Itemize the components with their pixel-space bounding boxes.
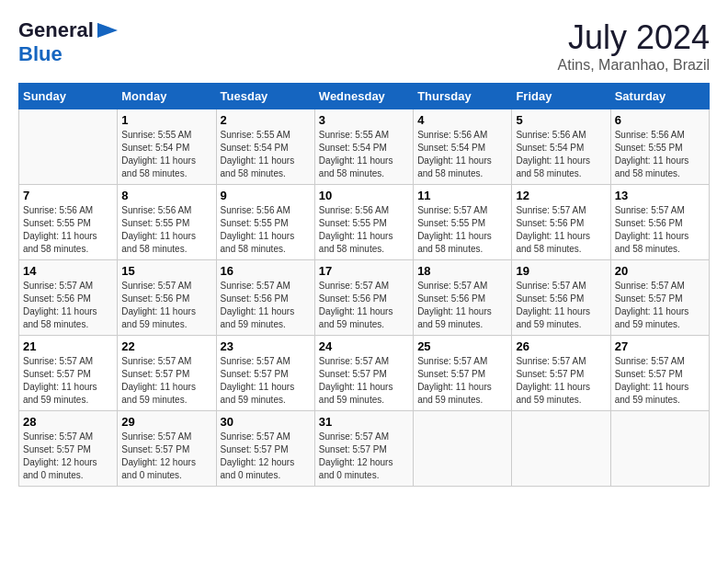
day-number: 30 xyxy=(221,415,311,429)
week-row-3: 14Sunrise: 5:57 AM Sunset: 5:56 PM Dayli… xyxy=(19,260,710,336)
day-cell: 16Sunrise: 5:57 AM Sunset: 5:56 PM Dayli… xyxy=(216,260,314,336)
logo: General Blue xyxy=(18,18,118,66)
calendar-header: SundayMondayTuesdayWednesdayThursdayFrid… xyxy=(19,84,710,109)
header-cell-thursday: Thursday xyxy=(414,84,512,109)
day-cell: 24Sunrise: 5:57 AM Sunset: 5:57 PM Dayli… xyxy=(314,336,413,411)
header-cell-sunday: Sunday xyxy=(19,84,118,109)
day-info: Sunrise: 5:56 AM Sunset: 5:55 PM Dayligh… xyxy=(615,129,705,180)
day-info: Sunrise: 5:57 AM Sunset: 5:57 PM Dayligh… xyxy=(121,431,211,482)
day-cell: 20Sunrise: 5:57 AM Sunset: 5:57 PM Dayli… xyxy=(610,260,709,336)
day-info: Sunrise: 5:57 AM Sunset: 5:56 PM Dayligh… xyxy=(516,280,606,331)
day-info: Sunrise: 5:57 AM Sunset: 5:57 PM Dayligh… xyxy=(221,431,311,482)
day-info: Sunrise: 5:57 AM Sunset: 5:56 PM Dayligh… xyxy=(516,204,606,256)
day-number: 2 xyxy=(221,113,311,127)
day-number: 21 xyxy=(23,339,113,353)
day-info: Sunrise: 5:56 AM Sunset: 5:55 PM Dayligh… xyxy=(23,204,113,256)
header-cell-tuesday: Tuesday xyxy=(216,84,314,109)
day-cell: 31Sunrise: 5:57 AM Sunset: 5:57 PM Dayli… xyxy=(314,411,413,487)
day-number: 29 xyxy=(121,415,211,429)
day-info: Sunrise: 5:55 AM Sunset: 5:54 PM Dayligh… xyxy=(121,129,211,180)
week-row-5: 28Sunrise: 5:57 AM Sunset: 5:57 PM Dayli… xyxy=(19,411,710,487)
day-number: 5 xyxy=(516,113,606,127)
day-number: 3 xyxy=(319,113,409,127)
day-number: 13 xyxy=(615,189,705,202)
day-cell: 30Sunrise: 5:57 AM Sunset: 5:57 PM Dayli… xyxy=(216,411,314,487)
day-info: Sunrise: 5:56 AM Sunset: 5:54 PM Dayligh… xyxy=(417,129,507,180)
day-info: Sunrise: 5:56 AM Sunset: 5:55 PM Dayligh… xyxy=(319,204,409,256)
day-number: 25 xyxy=(417,339,507,353)
day-cell: 25Sunrise: 5:57 AM Sunset: 5:57 PM Dayli… xyxy=(414,336,512,411)
logo-blue-text: Blue xyxy=(18,42,63,65)
day-info: Sunrise: 5:57 AM Sunset: 5:56 PM Dayligh… xyxy=(221,280,311,331)
day-info: Sunrise: 5:57 AM Sunset: 5:55 PM Dayligh… xyxy=(417,204,507,256)
day-number: 6 xyxy=(615,113,705,127)
header-cell-monday: Monday xyxy=(118,84,216,109)
day-info: Sunrise: 5:57 AM Sunset: 5:57 PM Dayligh… xyxy=(23,431,113,482)
logo-flag-icon xyxy=(97,23,118,38)
calendar-body: 1Sunrise: 5:55 AM Sunset: 5:54 PM Daylig… xyxy=(19,109,710,487)
day-cell xyxy=(414,411,512,487)
day-cell: 1Sunrise: 5:55 AM Sunset: 5:54 PM Daylig… xyxy=(118,109,216,185)
day-number: 12 xyxy=(516,189,606,202)
day-cell: 2Sunrise: 5:55 AM Sunset: 5:54 PM Daylig… xyxy=(216,109,314,185)
header-cell-friday: Friday xyxy=(512,84,610,109)
week-row-1: 1Sunrise: 5:55 AM Sunset: 5:54 PM Daylig… xyxy=(19,109,710,185)
day-cell xyxy=(610,411,709,487)
day-cell: 11Sunrise: 5:57 AM Sunset: 5:55 PM Dayli… xyxy=(414,185,512,260)
month-title: July 2024 xyxy=(558,18,710,57)
day-cell: 5Sunrise: 5:56 AM Sunset: 5:54 PM Daylig… xyxy=(512,109,610,185)
day-number: 8 xyxy=(121,189,211,202)
day-cell: 28Sunrise: 5:57 AM Sunset: 5:57 PM Dayli… xyxy=(19,411,118,487)
day-info: Sunrise: 5:56 AM Sunset: 5:54 PM Dayligh… xyxy=(516,129,606,180)
calendar-table: SundayMondayTuesdayWednesdayThursdayFrid… xyxy=(18,83,710,487)
day-info: Sunrise: 5:55 AM Sunset: 5:54 PM Dayligh… xyxy=(319,129,409,180)
day-cell: 15Sunrise: 5:57 AM Sunset: 5:56 PM Dayli… xyxy=(118,260,216,336)
header-row: SundayMondayTuesdayWednesdayThursdayFrid… xyxy=(19,84,710,109)
day-cell: 14Sunrise: 5:57 AM Sunset: 5:56 PM Dayli… xyxy=(19,260,118,336)
day-cell xyxy=(512,411,610,487)
day-info: Sunrise: 5:56 AM Sunset: 5:55 PM Dayligh… xyxy=(221,204,311,256)
day-number: 31 xyxy=(319,415,409,429)
header-cell-saturday: Saturday xyxy=(610,84,709,109)
day-cell: 9Sunrise: 5:56 AM Sunset: 5:55 PM Daylig… xyxy=(216,185,314,260)
day-number: 20 xyxy=(615,264,705,278)
day-info: Sunrise: 5:57 AM Sunset: 5:57 PM Dayligh… xyxy=(516,355,606,407)
day-cell: 17Sunrise: 5:57 AM Sunset: 5:56 PM Dayli… xyxy=(314,260,413,336)
day-info: Sunrise: 5:57 AM Sunset: 5:57 PM Dayligh… xyxy=(319,431,409,482)
day-info: Sunrise: 5:57 AM Sunset: 5:57 PM Dayligh… xyxy=(417,355,507,407)
day-info: Sunrise: 5:57 AM Sunset: 5:57 PM Dayligh… xyxy=(615,280,705,331)
day-cell: 6Sunrise: 5:56 AM Sunset: 5:55 PM Daylig… xyxy=(610,109,709,185)
day-cell: 18Sunrise: 5:57 AM Sunset: 5:56 PM Dayli… xyxy=(414,260,512,336)
day-number: 14 xyxy=(23,264,113,278)
day-info: Sunrise: 5:55 AM Sunset: 5:54 PM Dayligh… xyxy=(221,129,311,180)
day-cell: 26Sunrise: 5:57 AM Sunset: 5:57 PM Dayli… xyxy=(512,336,610,411)
day-cell: 22Sunrise: 5:57 AM Sunset: 5:57 PM Dayli… xyxy=(118,336,216,411)
day-number: 17 xyxy=(319,264,409,278)
day-number: 4 xyxy=(417,113,507,127)
day-number: 22 xyxy=(121,339,211,353)
day-number: 18 xyxy=(417,264,507,278)
day-cell xyxy=(19,109,118,185)
location-subtitle: Atins, Maranhao, Brazil xyxy=(558,57,710,74)
day-info: Sunrise: 5:57 AM Sunset: 5:56 PM Dayligh… xyxy=(319,280,409,331)
day-cell: 4Sunrise: 5:56 AM Sunset: 5:54 PM Daylig… xyxy=(414,109,512,185)
day-cell: 21Sunrise: 5:57 AM Sunset: 5:57 PM Dayli… xyxy=(19,336,118,411)
day-cell: 29Sunrise: 5:57 AM Sunset: 5:57 PM Dayli… xyxy=(118,411,216,487)
header-cell-wednesday: Wednesday xyxy=(314,84,413,109)
day-number: 23 xyxy=(221,339,311,353)
day-cell: 12Sunrise: 5:57 AM Sunset: 5:56 PM Dayli… xyxy=(512,185,610,260)
day-info: Sunrise: 5:56 AM Sunset: 5:55 PM Dayligh… xyxy=(121,204,211,256)
day-number: 11 xyxy=(417,189,507,202)
title-block: July 2024 Atins, Maranhao, Brazil xyxy=(558,18,710,74)
day-number: 24 xyxy=(319,339,409,353)
day-info: Sunrise: 5:57 AM Sunset: 5:57 PM Dayligh… xyxy=(319,355,409,407)
day-info: Sunrise: 5:57 AM Sunset: 5:56 PM Dayligh… xyxy=(23,280,113,331)
day-cell: 23Sunrise: 5:57 AM Sunset: 5:57 PM Dayli… xyxy=(216,336,314,411)
day-cell: 10Sunrise: 5:56 AM Sunset: 5:55 PM Dayli… xyxy=(314,185,413,260)
week-row-2: 7Sunrise: 5:56 AM Sunset: 5:55 PM Daylig… xyxy=(19,185,710,260)
day-number: 28 xyxy=(23,415,113,429)
day-cell: 7Sunrise: 5:56 AM Sunset: 5:55 PM Daylig… xyxy=(19,185,118,260)
page-header: General Blue July 2024 Atins, Maranhao, … xyxy=(18,18,710,74)
day-info: Sunrise: 5:57 AM Sunset: 5:57 PM Dayligh… xyxy=(615,355,705,407)
day-number: 26 xyxy=(516,339,606,353)
